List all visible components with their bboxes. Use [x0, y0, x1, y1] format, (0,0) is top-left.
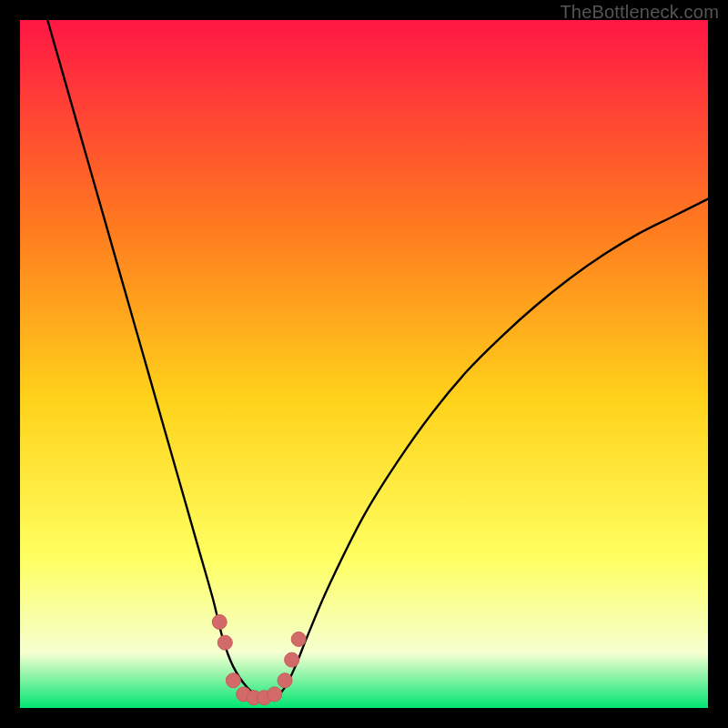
plot-area [20, 20, 708, 708]
chart-svg [20, 20, 708, 708]
chart-frame: TheBottleneck.com [0, 0, 728, 728]
curve-marker [291, 632, 306, 646]
gradient-background [20, 20, 708, 708]
curve-marker [217, 635, 232, 650]
curve-marker [278, 673, 292, 688]
curve-marker [226, 673, 240, 688]
curve-marker [268, 687, 282, 702]
curve-marker [285, 652, 299, 667]
curve-marker [212, 615, 227, 630]
